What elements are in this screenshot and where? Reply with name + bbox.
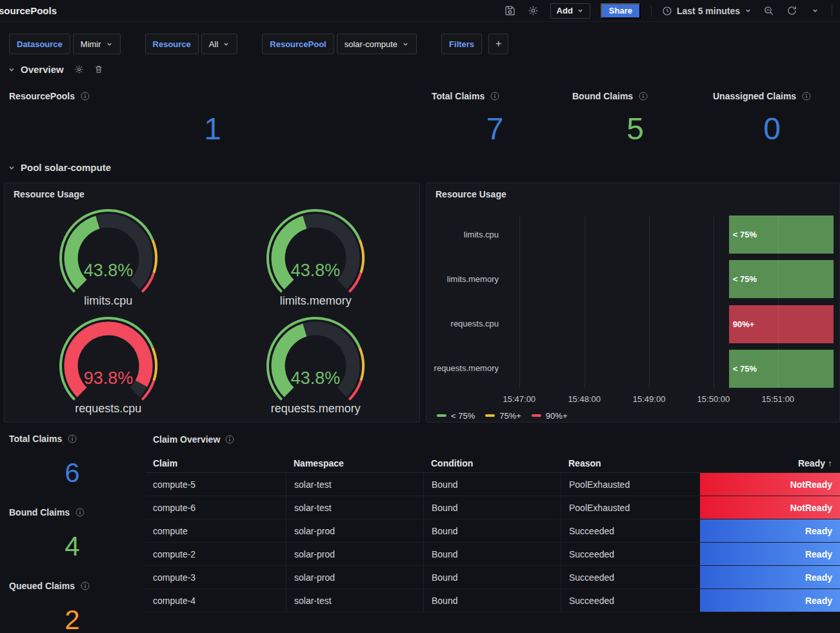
table-cell: Bound (423, 473, 561, 496)
ready-status-cell: Ready (700, 589, 840, 612)
panel-title: Queued Claims (9, 581, 75, 591)
filter-datasource: Datasource Mimir (9, 34, 121, 54)
share-button-label: Share (609, 6, 632, 15)
stat-panel-resourcepools: ResourcePools 1 (4, 84, 421, 155)
table-cell: compute-5 (145, 473, 286, 496)
zoom-out-icon[interactable] (762, 5, 775, 17)
add-filter-button[interactable]: + (488, 34, 508, 54)
filter-value-resourcepool[interactable]: solar-compute (337, 34, 417, 54)
stat-panel-bound-claims: Bound Claims 5 (567, 84, 703, 155)
sort-arrow-up-icon: ↑ (828, 458, 832, 468)
chevron-down-icon (8, 66, 15, 74)
filter-label-resourcepool: ResourcePool (262, 34, 334, 54)
table-cell: Bound (423, 566, 561, 588)
info-icon[interactable] (225, 435, 234, 444)
table-cell: solar-test (286, 473, 423, 496)
row-title: Pool solar-compute (21, 162, 111, 173)
column-header-condition[interactable]: Condition (423, 458, 561, 468)
column-header-reason[interactable]: Reason (561, 458, 700, 468)
table-cell: Bound (423, 519, 561, 542)
info-icon[interactable] (802, 92, 811, 101)
panel-title: Total Claims (432, 91, 485, 101)
gauge-limits.memory: 43.8% limits.memory (212, 204, 420, 312)
filter-label-datasource: Datasource (9, 34, 70, 54)
gauge-arc: 43.8% (44, 208, 173, 294)
time-axis-label: 15:48:00 (568, 394, 601, 404)
row-title: Overview (21, 64, 64, 75)
legend-swatch (437, 414, 446, 417)
stat-value: 4 (4, 533, 141, 560)
table-cell: PoolExhausted (561, 496, 700, 519)
add-button[interactable]: Add (550, 3, 590, 19)
timeline-gridline (714, 216, 714, 388)
info-icon[interactable] (81, 92, 90, 101)
info-icon[interactable] (639, 92, 648, 101)
gauge-arc: 43.8% (251, 316, 380, 402)
table-cell: solar-test (286, 496, 423, 519)
table-row: compute-3solar-prodBoundSucceededReady (145, 566, 840, 589)
share-button[interactable]: Share (601, 3, 641, 19)
gauge-label: requests.memory (271, 402, 361, 416)
gauge-limits.cpu: 43.8% limits.cpu (5, 204, 212, 312)
panel-resource-usage-gauges: Resource Usage 43.8% limits.cpu 43.8% li… (4, 183, 420, 423)
filter-bar: Datasource Mimir Resource All ResourcePo… (9, 34, 508, 54)
panel-resource-usage-timeline: Resource Usage 15:47:0015:48:0015:49:001… (426, 183, 840, 423)
stat-panel-bound-claims-pool: Bound Claims 4 (4, 499, 141, 573)
legend-item[interactable]: < 75% (437, 411, 475, 421)
info-icon[interactable] (68, 434, 77, 443)
time-axis-label: 15:47:00 (503, 394, 535, 404)
row-header-overview[interactable]: Overview (8, 64, 103, 75)
filter-resource: Resource All (145, 34, 238, 54)
refresh-icon[interactable] (785, 5, 798, 17)
filter-value-datasource[interactable]: Mimir (73, 34, 121, 54)
legend-swatch (532, 414, 541, 417)
column-header-ready[interactable]: Ready ↑ (700, 458, 840, 468)
filter-value-label: All (209, 39, 218, 49)
row-settings-gear-icon[interactable] (74, 65, 84, 74)
info-icon[interactable] (81, 581, 90, 590)
legend-item[interactable]: 90%+ (532, 411, 568, 421)
row-header-pool[interactable]: Pool solar-compute (8, 162, 111, 173)
timeline-gridline (649, 216, 650, 388)
table-row: compute-2solar-prodBoundSucceededReady (145, 543, 840, 566)
add-button-label: Add (557, 6, 573, 15)
table-cell: Succeeded (561, 519, 700, 542)
column-header-namespace[interactable]: Namespace (286, 458, 423, 468)
timeline-row-label: limits.memory (426, 274, 499, 284)
panel-title: Bound Claims (9, 507, 70, 517)
table-cell: Succeeded (561, 543, 700, 565)
gauge-requests.memory: 43.8% requests.memory (212, 312, 420, 419)
timeline-gridline (519, 216, 520, 388)
table-cell: solar-prod (286, 566, 423, 588)
gauge-label: limits.memory (280, 294, 352, 308)
panel-title: Resource Usage (14, 189, 85, 199)
filters-label: Filters (441, 34, 482, 54)
dashboard-title: sourcePools (0, 5, 57, 16)
stat-value: 6 (4, 459, 141, 487)
stat-value: 7 (426, 114, 563, 145)
row-delete-trash-icon[interactable] (94, 65, 103, 74)
timeline-segment: < 75% (729, 216, 834, 254)
time-range-picker[interactable]: Last 5 minutes (662, 6, 752, 16)
filter-value-resource[interactable]: All (201, 34, 237, 54)
panel-title: Total Claims (9, 434, 62, 444)
refresh-interval-chevron-icon[interactable] (808, 5, 821, 17)
stat-panel-queued-claims: Queued Claims 2 (4, 573, 141, 633)
gauge-value: 43.8% (291, 368, 341, 388)
info-icon[interactable] (75, 508, 85, 517)
info-icon[interactable] (490, 92, 499, 101)
stat-value: 1 (4, 114, 421, 145)
toolbar-divider (651, 5, 652, 17)
chevron-down-icon (106, 41, 113, 48)
column-header-claim[interactable]: Claim (145, 458, 286, 468)
save-icon[interactable] (504, 5, 517, 17)
settings-gear-icon[interactable] (527, 5, 540, 17)
panel-title: Claim Overview (153, 434, 220, 445)
table-row: compute-6solar-testBoundPoolExhaustedNot… (145, 496, 840, 519)
clock-icon (662, 6, 672, 16)
legend-item[interactable]: 75%+ (485, 411, 521, 421)
chevron-down-icon (8, 164, 15, 172)
gauge-requests.cpu: 93.8% requests.cpu (5, 312, 212, 419)
table-cell: Bound (423, 589, 561, 612)
chevron-down-icon (577, 7, 584, 14)
